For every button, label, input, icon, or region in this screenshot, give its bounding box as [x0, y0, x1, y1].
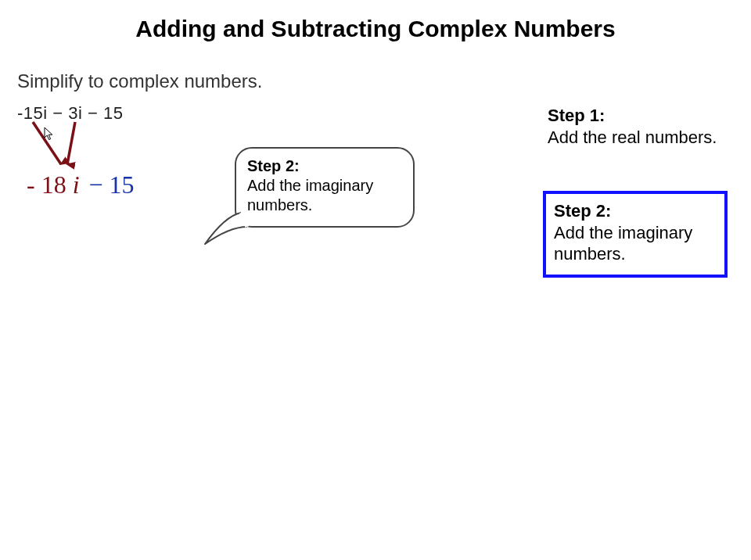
imag-i: i — [73, 171, 80, 199]
imag-coeff: - 18 — [27, 171, 66, 199]
speech-bubble: Step 2: Add the imaginary numbers. — [235, 147, 415, 228]
step1-block: Step 1: Add the real numbers. — [548, 105, 720, 148]
step2-label: Step 2: — [554, 201, 611, 221]
cursor-icon — [44, 127, 56, 142]
step1-label: Step 1: — [548, 106, 605, 125]
imaginary-part: - 18 i — [27, 171, 80, 199]
expression-text: -15i − 3i − 15 — [17, 103, 123, 124]
arrows-overlay — [22, 117, 116, 178]
bubble-step-label: Step 2: — [247, 157, 300, 174]
result-expression: - 18 i − 15 — [27, 171, 135, 199]
step2-text: Add the imaginary numbers. — [554, 222, 717, 265]
step2-block-highlighted: Step 2: Add the imaginary numbers. — [543, 191, 728, 278]
speech-bubble-body: Step 2: Add the imaginary numbers. — [235, 147, 415, 228]
page-title: Adding and Subtracting Complex Numbers — [0, 16, 751, 42]
instruction-text: Simplify to complex numbers. — [17, 70, 262, 92]
real-val: 15 — [110, 171, 135, 199]
real-part: − 15 — [89, 171, 135, 199]
step1-text: Add the real numbers. — [548, 127, 720, 149]
svg-line-1 — [67, 122, 75, 164]
bubble-step-text: Add the imaginary numbers. — [247, 176, 402, 215]
real-sign: − — [89, 171, 103, 199]
